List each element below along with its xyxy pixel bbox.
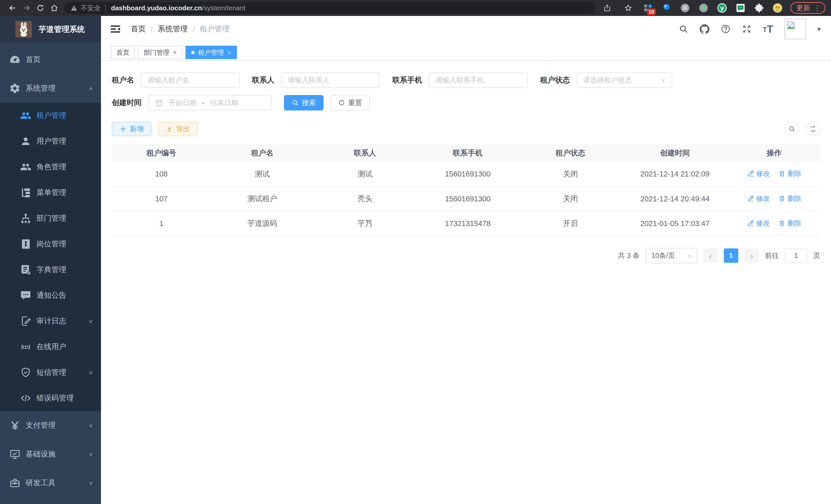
sidebar-item-devtool[interactable]: 研发工具∨ bbox=[0, 469, 101, 497]
reset-button[interactable]: 重置 bbox=[330, 95, 370, 111]
sidebar-item-user[interactable]: 用户管理 bbox=[0, 128, 101, 154]
page-size-select[interactable]: 10条/页 ∨ bbox=[646, 248, 697, 263]
extension-chat[interactable] bbox=[735, 2, 746, 13]
breadcrumb-item[interactable]: 系统管理 bbox=[158, 24, 188, 34]
extension-balloon[interactable] bbox=[661, 2, 672, 13]
sidebar-item-infra[interactable]: 基础设施∨ bbox=[0, 440, 101, 469]
cell-contact: 测试 bbox=[314, 162, 417, 186]
edit-link[interactable]: 修改 bbox=[747, 194, 770, 203]
user-avatar[interactable] bbox=[784, 19, 806, 39]
sidebar-item-home[interactable]: 首页 bbox=[0, 45, 101, 74]
mobile-input[interactable] bbox=[429, 72, 528, 88]
tab-close-icon[interactable]: × bbox=[173, 49, 177, 57]
sidebar-item-role[interactable]: 角色管理 bbox=[0, 154, 101, 180]
sidebar-item-sms[interactable]: 短信管理∨ bbox=[0, 360, 101, 385]
prev-page-button[interactable]: ‹ bbox=[703, 248, 718, 263]
status-select[interactable]: 请选择租户状态 ∨ bbox=[577, 72, 672, 88]
security-label[interactable]: 不安全 bbox=[81, 4, 101, 12]
browser-reload-button[interactable] bbox=[33, 1, 47, 15]
forward-arrow-icon bbox=[22, 4, 31, 12]
delete-link[interactable]: 删除 bbox=[778, 169, 801, 178]
breadcrumb-item[interactable]: 首页 bbox=[131, 24, 146, 34]
search-button[interactable]: 搜索 bbox=[284, 95, 323, 111]
show-search-button[interactable] bbox=[785, 122, 799, 136]
browser-forward-button[interactable] bbox=[20, 1, 33, 15]
fullscreen-icon[interactable] bbox=[742, 24, 752, 34]
edit-link[interactable]: 修改 bbox=[747, 218, 770, 228]
sidebar-fold-icon[interactable] bbox=[109, 23, 121, 35]
sidebar-item-system[interactable]: 系统管理∧ bbox=[0, 74, 101, 103]
share-button[interactable] bbox=[600, 1, 614, 15]
browser-chrome: 不安全 dashboard.yudao.iocoder.cn /system/t… bbox=[0, 0, 831, 16]
url-divider bbox=[105, 4, 106, 11]
sidebar-item-label: 通知公告 bbox=[36, 290, 66, 301]
avatar-caret-down-icon[interactable]: ▾ bbox=[818, 25, 821, 33]
mobile-label: 联系手机 bbox=[392, 75, 422, 85]
help-icon[interactable] bbox=[721, 24, 730, 34]
delete-link[interactable]: 删除 bbox=[778, 194, 801, 203]
browser-home-button[interactable] bbox=[47, 1, 61, 15]
edit-link-label: 修改 bbox=[756, 218, 770, 228]
breadcrumb-separator: / bbox=[193, 25, 195, 33]
cell-status: 关闭 bbox=[519, 162, 622, 186]
cell-id: 1 bbox=[112, 211, 211, 236]
extension-green-dot[interactable] bbox=[698, 2, 709, 13]
svg-text:y: y bbox=[720, 5, 724, 11]
sidebar-item-audit[interactable]: 审计日志∨ bbox=[0, 308, 101, 334]
sidebar-item-errcode[interactable]: 错误码管理 bbox=[0, 385, 101, 411]
sidebar-item-tenant[interactable]: 租户管理 bbox=[0, 103, 101, 128]
create-time-range-picker[interactable]: 开始日期 - 结束日期 bbox=[148, 95, 271, 111]
next-page-button[interactable]: › bbox=[744, 248, 759, 263]
tenant-name-input[interactable] bbox=[141, 72, 240, 88]
cell-contact: 秃头 bbox=[314, 186, 417, 211]
export-button[interactable]: 导出 bbox=[158, 122, 198, 136]
not-secure-warning-icon bbox=[70, 4, 78, 11]
extensions-puzzle[interactable] bbox=[753, 2, 765, 13]
sidebar-menu: 首页系统管理∧租户管理用户管理角色管理菜单管理部门管理岗位管理字典管理通知公告审… bbox=[0, 42, 101, 497]
user-icon bbox=[20, 136, 31, 147]
bookmark-button[interactable] bbox=[621, 1, 635, 15]
extension-y-logo[interactable]: y bbox=[716, 2, 728, 13]
browser-back-button[interactable] bbox=[6, 1, 20, 15]
search-icon[interactable] bbox=[679, 24, 688, 34]
tab-close-icon[interactable]: × bbox=[227, 49, 231, 57]
contact-input[interactable] bbox=[281, 72, 380, 88]
view-tab[interactable]: 部门管理× bbox=[138, 46, 182, 59]
status-select-placeholder: 请选择租户状态 bbox=[583, 76, 632, 85]
sidebar-item-post[interactable]: 岗位管理 bbox=[0, 231, 101, 257]
sidebar-item-dept[interactable]: 部门管理 bbox=[0, 206, 101, 231]
profile-avatar[interactable] bbox=[772, 2, 783, 13]
refresh-icon bbox=[338, 99, 345, 106]
view-tab[interactable]: 租户管理× bbox=[185, 46, 237, 59]
browser-update-button[interactable]: 更新 ⋮ bbox=[791, 2, 825, 14]
add-button[interactable]: 新增 bbox=[112, 122, 151, 136]
delete-link[interactable]: 删除 bbox=[778, 218, 801, 228]
cell-name: 芋道源码 bbox=[211, 211, 314, 236]
extension-tag-manager[interactable]: 10 bbox=[642, 2, 654, 13]
font-size-icon[interactable]: TT bbox=[763, 24, 773, 34]
github-icon[interactable] bbox=[700, 24, 710, 34]
sidebar-item-online[interactable]: 在线用户 bbox=[0, 334, 101, 360]
refresh-table-button[interactable] bbox=[806, 122, 820, 136]
current-page-button[interactable]: 1 bbox=[724, 248, 738, 263]
sidebar-item-menu[interactable]: 菜单管理 bbox=[0, 180, 101, 206]
online-icon bbox=[20, 341, 31, 352]
status-label: 租户状态 bbox=[540, 75, 570, 85]
view-tab[interactable]: 首页 bbox=[111, 46, 135, 59]
address-bar[interactable]: 不安全 dashboard.yudao.iocoder.cn /system/t… bbox=[64, 2, 595, 14]
sidebar-item-dict[interactable]: 字典管理 bbox=[0, 257, 101, 283]
cell-id: 107 bbox=[112, 186, 211, 211]
edit-link[interactable]: 修改 bbox=[747, 169, 770, 178]
sidebar-item-pay[interactable]: 支付管理∨ bbox=[0, 411, 101, 440]
extension-command[interactable]: ⌘ bbox=[679, 2, 691, 13]
cell-id: 108 bbox=[112, 162, 211, 186]
edit-link-label: 修改 bbox=[756, 194, 770, 203]
sidebar-item-label: 菜单管理 bbox=[36, 187, 66, 198]
browser-menu-icon[interactable]: ⋮ bbox=[814, 4, 821, 12]
star-icon bbox=[624, 4, 632, 12]
sidebar-item-label: 租户管理 bbox=[36, 111, 66, 121]
goto-page-input[interactable] bbox=[785, 248, 807, 263]
sidebar-logo[interactable]: 芋道管理系统 bbox=[0, 16, 101, 42]
sidebar-item-notice[interactable]: 通知公告 bbox=[0, 283, 101, 308]
column-header: 联系人 bbox=[314, 144, 417, 162]
